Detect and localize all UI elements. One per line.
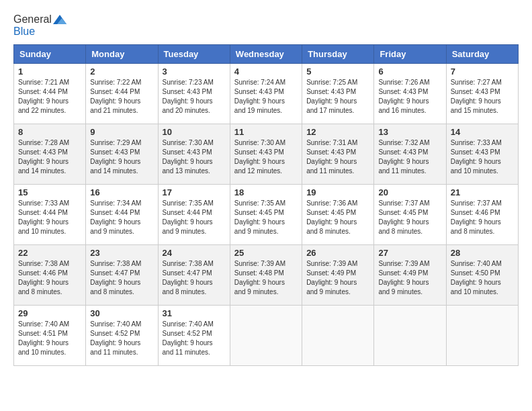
day-info: Sunrise: 7:23 AMSunset: 4:43 PMDaylight:… [163, 79, 214, 114]
day-info: Sunrise: 7:39 AMSunset: 4:48 PMDaylight:… [234, 260, 285, 295]
day-number: 22 [18, 248, 81, 258]
day-number: 1 [18, 66, 81, 77]
day-info: Sunrise: 7:26 AMSunset: 4:43 PMDaylight:… [378, 79, 429, 114]
day-number: 12 [306, 127, 369, 137]
col-sunday: Sunday [14, 45, 86, 64]
calendar-week-row: 1 Sunrise: 7:21 AMSunset: 4:44 PMDayligh… [14, 64, 519, 124]
day-number: 23 [90, 248, 153, 258]
table-row: 27 Sunrise: 7:39 AMSunset: 4:49 PMDaylig… [374, 245, 446, 306]
col-thursday: Thursday [302, 45, 374, 64]
day-number: 28 [451, 248, 514, 258]
table-row: 6 Sunrise: 7:26 AMSunset: 4:43 PMDayligh… [374, 64, 446, 124]
day-number: 21 [451, 187, 514, 197]
table-row: 18 Sunrise: 7:35 AMSunset: 4:45 PMDaylig… [230, 185, 302, 245]
logo-general-text: General [13, 13, 52, 26]
day-info: Sunrise: 7:33 AMSunset: 4:43 PMDaylight:… [451, 139, 502, 175]
table-row: 11 Sunrise: 7:30 AMSunset: 4:43 PMDaylig… [230, 124, 302, 185]
day-info: Sunrise: 7:39 AMSunset: 4:49 PMDaylight:… [306, 260, 357, 295]
day-number: 8 [18, 127, 81, 137]
logo-blue-text: Blue [13, 26, 35, 38]
day-number: 17 [163, 187, 226, 197]
day-info: Sunrise: 7:35 AMSunset: 4:44 PMDaylight:… [163, 199, 214, 235]
col-friday: Friday [374, 45, 446, 64]
day-number: 9 [90, 127, 153, 137]
header: General Blue [13, 13, 519, 38]
table-row: 12 Sunrise: 7:31 AMSunset: 4:43 PMDaylig… [302, 124, 374, 185]
day-number: 3 [163, 66, 226, 77]
table-row: 28 Sunrise: 7:40 AMSunset: 4:50 PMDaylig… [446, 245, 518, 306]
calendar-week-row: 8 Sunrise: 7:28 AMSunset: 4:43 PMDayligh… [14, 124, 519, 185]
day-number: 15 [18, 187, 81, 197]
day-info: Sunrise: 7:38 AMSunset: 4:47 PMDaylight:… [90, 260, 141, 295]
day-number: 7 [451, 66, 514, 77]
table-row: 13 Sunrise: 7:32 AMSunset: 4:43 PMDaylig… [374, 124, 446, 185]
table-row [302, 306, 374, 366]
table-row: 16 Sunrise: 7:34 AMSunset: 4:44 PMDaylig… [86, 185, 158, 245]
day-number: 14 [451, 127, 514, 137]
day-info: Sunrise: 7:38 AMSunset: 4:46 PMDaylight:… [18, 260, 69, 295]
col-monday: Monday [86, 45, 158, 64]
day-number: 18 [234, 187, 298, 197]
table-row: 21 Sunrise: 7:37 AMSunset: 4:46 PMDaylig… [446, 185, 518, 245]
table-row: 3 Sunrise: 7:23 AMSunset: 4:43 PMDayligh… [158, 64, 230, 124]
table-row: 17 Sunrise: 7:35 AMSunset: 4:44 PMDaylig… [158, 185, 230, 245]
table-row: 31 Sunrise: 7:40 AMSunset: 4:52 PMDaylig… [158, 306, 230, 366]
day-number: 30 [90, 308, 153, 318]
table-row: 19 Sunrise: 7:36 AMSunset: 4:45 PMDaylig… [302, 185, 374, 245]
table-row [230, 306, 302, 366]
table-row [446, 306, 518, 366]
day-number: 27 [378, 248, 441, 258]
table-row: 5 Sunrise: 7:25 AMSunset: 4:43 PMDayligh… [302, 64, 374, 124]
day-info: Sunrise: 7:40 AMSunset: 4:52 PMDaylight:… [163, 320, 214, 356]
day-info: Sunrise: 7:24 AMSunset: 4:43 PMDaylight:… [234, 79, 285, 114]
day-info: Sunrise: 7:30 AMSunset: 4:43 PMDaylight:… [163, 139, 214, 175]
logo: General Blue [13, 13, 66, 38]
day-info: Sunrise: 7:37 AMSunset: 4:45 PMDaylight:… [378, 199, 429, 235]
day-number: 19 [306, 187, 369, 197]
calendar-week-row: 22 Sunrise: 7:38 AMSunset: 4:46 PMDaylig… [14, 245, 519, 306]
table-row: 7 Sunrise: 7:27 AMSunset: 4:43 PMDayligh… [446, 64, 518, 124]
table-row: 9 Sunrise: 7:29 AMSunset: 4:43 PMDayligh… [86, 124, 158, 185]
calendar-week-row: 29 Sunrise: 7:40 AMSunset: 4:51 PMDaylig… [14, 306, 519, 366]
table-row: 24 Sunrise: 7:38 AMSunset: 4:47 PMDaylig… [158, 245, 230, 306]
table-row: 15 Sunrise: 7:33 AMSunset: 4:44 PMDaylig… [14, 185, 86, 245]
day-number: 20 [378, 187, 441, 197]
day-info: Sunrise: 7:25 AMSunset: 4:43 PMDaylight:… [306, 79, 357, 114]
day-number: 5 [306, 66, 369, 77]
day-info: Sunrise: 7:22 AMSunset: 4:44 PMDaylight:… [90, 79, 141, 114]
day-info: Sunrise: 7:36 AMSunset: 4:45 PMDaylight:… [306, 199, 357, 235]
day-number: 2 [90, 66, 153, 77]
table-row: 23 Sunrise: 7:38 AMSunset: 4:47 PMDaylig… [86, 245, 158, 306]
day-info: Sunrise: 7:31 AMSunset: 4:43 PMDaylight:… [306, 139, 357, 175]
table-row: 14 Sunrise: 7:33 AMSunset: 4:43 PMDaylig… [446, 124, 518, 185]
day-info: Sunrise: 7:21 AMSunset: 4:44 PMDaylight:… [18, 79, 69, 114]
calendar: Sunday Monday Tuesday Wednesday Thursday… [13, 44, 519, 366]
table-row: 20 Sunrise: 7:37 AMSunset: 4:45 PMDaylig… [374, 185, 446, 245]
table-row: 29 Sunrise: 7:40 AMSunset: 4:51 PMDaylig… [14, 306, 86, 366]
day-info: Sunrise: 7:32 AMSunset: 4:43 PMDaylight:… [378, 139, 429, 175]
day-info: Sunrise: 7:40 AMSunset: 4:52 PMDaylight:… [90, 320, 141, 356]
calendar-header-row: Sunday Monday Tuesday Wednesday Thursday… [14, 45, 519, 64]
table-row: 26 Sunrise: 7:39 AMSunset: 4:49 PMDaylig… [302, 245, 374, 306]
day-info: Sunrise: 7:28 AMSunset: 4:43 PMDaylight:… [18, 139, 69, 175]
col-saturday: Saturday [446, 45, 518, 64]
day-number: 24 [163, 248, 226, 258]
day-number: 13 [378, 127, 441, 137]
calendar-week-row: 15 Sunrise: 7:33 AMSunset: 4:44 PMDaylig… [14, 185, 519, 245]
logo-icon [53, 15, 66, 24]
day-info: Sunrise: 7:27 AMSunset: 4:43 PMDaylight:… [451, 79, 502, 114]
day-number: 31 [163, 308, 226, 318]
day-info: Sunrise: 7:39 AMSunset: 4:49 PMDaylight:… [378, 260, 429, 295]
day-info: Sunrise: 7:37 AMSunset: 4:46 PMDaylight:… [451, 199, 502, 235]
day-number: 6 [378, 66, 441, 77]
day-number: 11 [234, 127, 298, 137]
day-number: 10 [163, 127, 226, 137]
day-number: 29 [18, 308, 81, 318]
col-tuesday: Tuesday [158, 45, 230, 64]
page: General Blue Sunday Monday Tuesday Wedne… [0, 0, 532, 373]
table-row: 2 Sunrise: 7:22 AMSunset: 4:44 PMDayligh… [86, 64, 158, 124]
table-row: 30 Sunrise: 7:40 AMSunset: 4:52 PMDaylig… [86, 306, 158, 366]
day-info: Sunrise: 7:34 AMSunset: 4:44 PMDaylight:… [90, 199, 141, 235]
day-info: Sunrise: 7:30 AMSunset: 4:43 PMDaylight:… [234, 139, 285, 175]
day-number: 16 [90, 187, 153, 197]
